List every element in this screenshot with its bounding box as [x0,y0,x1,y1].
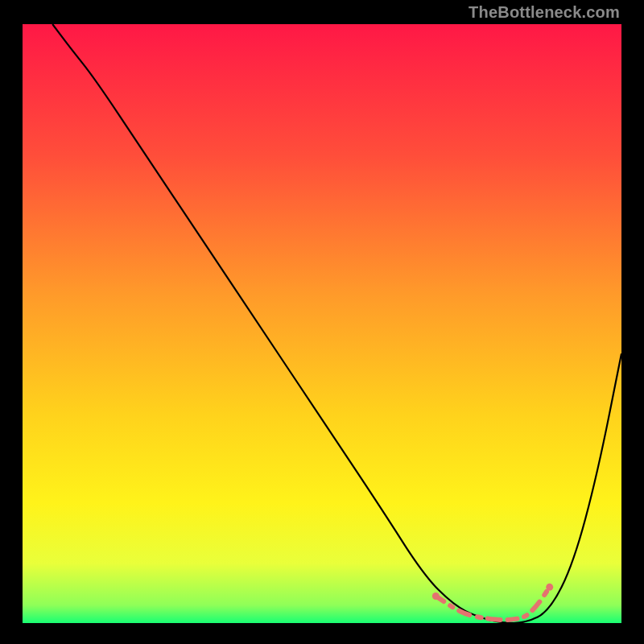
chart-frame: TheBottleneck.com [0,0,644,644]
chart-svg [23,24,621,623]
svg-point-0 [432,592,440,600]
watermark-text: TheBottleneck.com [469,3,620,22]
gradient-background [23,24,621,623]
svg-point-1 [546,584,553,591]
plot-area [23,24,621,623]
